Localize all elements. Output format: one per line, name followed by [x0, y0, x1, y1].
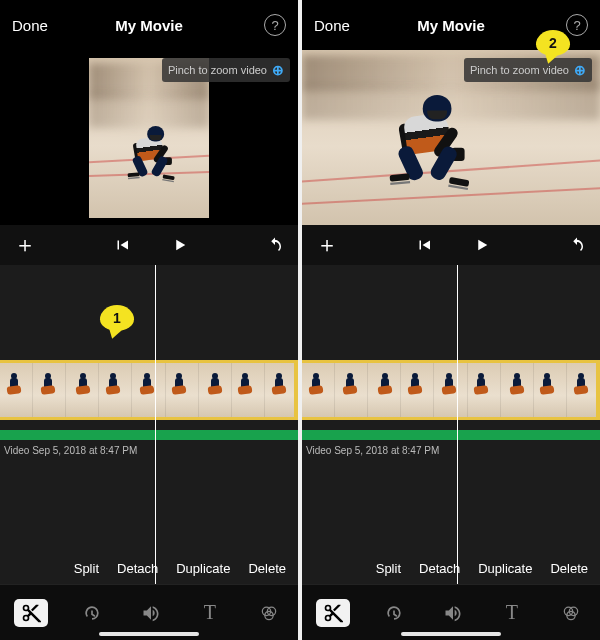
add-media-button[interactable]: ＋	[316, 230, 338, 260]
undo-button[interactable]	[266, 236, 284, 254]
skip-start-button[interactable]	[415, 236, 433, 254]
annotation-callout-1: 1	[100, 305, 134, 331]
magnifier-icon: ⊕	[574, 62, 586, 78]
text-icon[interactable]: T	[497, 598, 527, 628]
scissors-icon[interactable]	[316, 599, 350, 627]
done-button[interactable]: Done	[12, 17, 48, 34]
phone-right: Done My Movie ? 2 Pinch to zoom video ⊕	[302, 0, 600, 640]
timeline[interactable]: 1 Video Sep 5, 2018 at 8:47 PM Split Det…	[0, 265, 298, 584]
playhead[interactable]	[457, 265, 459, 584]
detach-button[interactable]: Detach	[419, 561, 460, 576]
zoom-hint[interactable]: Pinch to zoom video ⊕	[464, 58, 592, 82]
magnifier-icon: ⊕	[272, 62, 284, 78]
home-indicator[interactable]	[99, 632, 199, 636]
zoom-hint[interactable]: Pinch to zoom video ⊕	[162, 58, 290, 82]
video-preview-area[interactable]: Pinch to zoom video ⊕	[302, 50, 600, 225]
zoom-hint-label: Pinch to zoom video	[168, 64, 267, 76]
help-icon[interactable]: ?	[566, 14, 588, 36]
filters-icon[interactable]	[254, 598, 284, 628]
clip-metadata: Video Sep 5, 2018 at 8:47 PM	[4, 445, 137, 456]
audio-track[interactable]	[0, 430, 298, 440]
timeline[interactable]: Video Sep 5, 2018 at 8:47 PM Split Detac…	[302, 265, 600, 584]
skip-start-button[interactable]	[113, 236, 131, 254]
annotation-callout-2: 2	[536, 30, 570, 56]
volume-icon[interactable]	[136, 598, 166, 628]
duplicate-button[interactable]: Duplicate	[478, 561, 532, 576]
transport-bar: ＋	[302, 225, 600, 265]
done-button[interactable]: Done	[314, 17, 350, 34]
filters-icon[interactable]	[556, 598, 586, 628]
speed-icon[interactable]	[379, 598, 409, 628]
volume-icon[interactable]	[438, 598, 468, 628]
add-media-button[interactable]: ＋	[14, 230, 36, 260]
text-icon[interactable]: T	[195, 598, 225, 628]
video-clip[interactable]	[0, 360, 298, 420]
duplicate-button[interactable]: Duplicate	[176, 561, 230, 576]
video-clip[interactable]	[302, 360, 600, 420]
clip-actions: Split Detach Duplicate Delete	[302, 561, 600, 576]
speed-icon[interactable]	[77, 598, 107, 628]
detach-button[interactable]: Detach	[117, 561, 158, 576]
clip-actions: Split Detach Duplicate Delete	[0, 561, 298, 576]
split-button[interactable]: Split	[376, 561, 401, 576]
audio-track[interactable]	[302, 430, 600, 440]
zoom-hint-label: Pinch to zoom video	[470, 64, 569, 76]
playhead[interactable]	[155, 265, 157, 584]
split-button[interactable]: Split	[74, 561, 99, 576]
play-button[interactable]	[171, 236, 189, 254]
delete-button[interactable]: Delete	[550, 561, 588, 576]
home-indicator[interactable]	[401, 632, 501, 636]
transport-bar: ＋	[0, 225, 298, 265]
delete-button[interactable]: Delete	[248, 561, 286, 576]
phone-left: Done My Movie ? Pinch to zoom video ⊕	[0, 0, 298, 640]
scissors-icon[interactable]	[14, 599, 48, 627]
help-icon[interactable]: ?	[264, 14, 286, 36]
play-button[interactable]	[473, 236, 491, 254]
clip-metadata: Video Sep 5, 2018 at 8:47 PM	[306, 445, 439, 456]
editor-header: Done My Movie ?	[0, 0, 298, 50]
video-preview-area[interactable]: Pinch to zoom video ⊕	[0, 50, 298, 225]
undo-button[interactable]	[568, 236, 586, 254]
